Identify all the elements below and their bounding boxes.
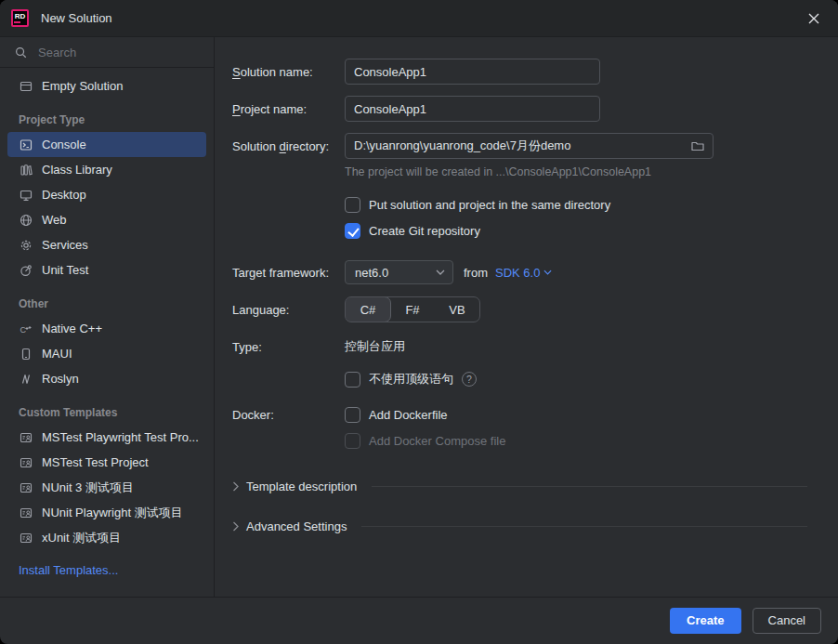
- checkbox-checked-icon[interactable]: [345, 223, 360, 239]
- add-docker-compose-label: Add Docker Compose file: [369, 434, 505, 448]
- project-name-row: Project name:: [232, 96, 807, 122]
- docker-label: Docker:: [232, 408, 345, 422]
- sidebar-item-mstest-playwright[interactable]: MSTest Playwright Test Pro...: [7, 425, 206, 450]
- solution-directory-label: Solution directory:: [232, 139, 345, 153]
- language-label: Language:: [232, 303, 345, 317]
- class-library-icon: [19, 163, 33, 177]
- sdk-dropdown[interactable]: SDK 6.0: [495, 266, 552, 280]
- solution-directory-row: Solution directory:: [232, 133, 807, 159]
- template-list: Empty Solution Project Type Console Clas…: [0, 68, 214, 597]
- titlebar: RD New Solution: [0, 0, 838, 37]
- sidebar-item-xunit[interactable]: xUnit 测试项目: [7, 525, 206, 550]
- chevron-right-icon: [232, 481, 239, 492]
- sidebar-item-desktop[interactable]: Desktop: [7, 182, 206, 207]
- add-dockerfile-label: Add Dockerfile: [369, 408, 448, 422]
- sidebar-item-unit-test[interactable]: Unit Test: [7, 257, 206, 283]
- sidebar-item-label: MAUI: [42, 347, 72, 361]
- language-row: Language: C# F# VB: [232, 296, 807, 322]
- empty-solution-icon: [19, 79, 33, 94]
- cpp-icon: C: [19, 322, 33, 336]
- install-templates-link[interactable]: Install Templates...: [7, 550, 206, 577]
- language-option-vb[interactable]: VB: [435, 297, 479, 322]
- advanced-settings-label: Advanced Settings: [246, 519, 347, 533]
- sidebar-item-label: Roslyn: [42, 372, 79, 386]
- new-solution-form: Solution name: Project name: Solution di…: [215, 37, 838, 597]
- language-option-csharp[interactable]: C#: [345, 296, 391, 322]
- type-row: Type: 控制台应用: [232, 338, 807, 355]
- sidebar-item-native-cpp[interactable]: C Native C++: [7, 316, 206, 341]
- new-solution-dialog: RD New Solution Empty Solution: [0, 0, 838, 644]
- template-description-label: Template description: [246, 480, 357, 493]
- solution-name-input[interactable]: [345, 59, 600, 85]
- sidebar-item-web[interactable]: Web: [7, 207, 206, 232]
- target-framework-row: Target framework: net6.0 from SDK 6.0: [232, 260, 807, 284]
- chevron-down-icon: [543, 269, 552, 275]
- template-icon: [19, 430, 33, 445]
- add-docker-compose-checkbox: Add Docker Compose file: [345, 433, 505, 449]
- sidebar-item-mstest[interactable]: MSTest Test Project: [7, 450, 206, 475]
- window-title: New Solution: [41, 11, 112, 25]
- section-header-other: Other: [7, 283, 206, 316]
- sidebar-item-label: Unit Test: [42, 263, 88, 277]
- sidebar-item-class-library[interactable]: Class Library: [7, 157, 206, 182]
- language-option-fsharp[interactable]: F#: [390, 297, 435, 322]
- project-name-input[interactable]: [345, 96, 600, 122]
- browse-folder-icon[interactable]: [690, 138, 705, 153]
- same-directory-checkbox[interactable]: Put solution and project in the same dir…: [345, 197, 807, 213]
- directory-hint: The project will be created in ...\Conso…: [345, 165, 807, 178]
- advanced-settings-section[interactable]: Advanced Settings: [232, 519, 807, 533]
- section-header-custom-templates: Custom Templates: [7, 391, 206, 425]
- help-icon[interactable]: ?: [462, 372, 477, 387]
- language-segmented-control: C# F# VB: [345, 296, 480, 322]
- solution-directory-input[interactable]: [345, 133, 714, 159]
- sidebar-item-label: MSTest Test Project: [42, 455, 149, 469]
- search-box[interactable]: [0, 37, 214, 68]
- sidebar-item-maui[interactable]: MAUI: [7, 341, 206, 366]
- checkbox-unchecked-icon[interactable]: [345, 407, 360, 423]
- sidebar-item-label: Empty Solution: [42, 79, 123, 93]
- sidebar-item-label: Console: [42, 138, 86, 151]
- top-level-statements-checkbox[interactable]: 不使用顶级语句: [345, 371, 453, 388]
- type-label: Type:: [232, 340, 345, 354]
- target-framework-label: Target framework:: [232, 266, 345, 280]
- sidebar-item-label: xUnit 测试项目: [42, 530, 121, 546]
- checkbox-unchecked-icon[interactable]: [345, 197, 360, 213]
- sidebar-item-nunit-playwright[interactable]: NUnit Playwright 测试项目: [7, 500, 206, 525]
- solution-name-row: Solution name:: [232, 59, 807, 85]
- sidebar-item-label: NUnit Playwright 测试项目: [42, 505, 183, 521]
- target-framework-select[interactable]: net6.0: [345, 260, 453, 284]
- close-icon[interactable]: [805, 9, 823, 28]
- unit-test-icon: [19, 263, 33, 278]
- create-button[interactable]: Create: [670, 608, 740, 634]
- search-input[interactable]: [36, 45, 203, 60]
- template-icon: [19, 531, 33, 545]
- template-icon: [19, 480, 33, 495]
- desktop-icon: [19, 188, 33, 203]
- console-icon: [19, 138, 33, 152]
- sidebar-item-console[interactable]: Console: [7, 132, 206, 157]
- type-value: 控制台应用: [345, 338, 405, 355]
- sidebar-item-label: Class Library: [42, 163, 112, 177]
- solution-name-label: Solution name:: [232, 65, 345, 79]
- top-level-statements-row: 不使用顶级语句 ?: [345, 371, 807, 388]
- sidebar-item-services[interactable]: Services: [7, 232, 206, 257]
- sidebar-item-roslyn[interactable]: Roslyn: [7, 366, 206, 391]
- sidebar-item-nunit3[interactable]: NUnit 3 测试项目: [7, 475, 206, 500]
- create-git-checkbox[interactable]: Create Git repository: [345, 223, 807, 239]
- cancel-button[interactable]: Cancel: [753, 608, 821, 634]
- chevron-right-icon: [232, 521, 239, 532]
- project-name-label: Project name:: [232, 102, 345, 116]
- template-description-section[interactable]: Template description: [232, 480, 807, 493]
- docker-row: Docker: Add Dockerfile: [232, 407, 807, 423]
- sidebar-item-label: Native C++: [42, 322, 102, 335]
- search-icon: [14, 46, 28, 59]
- add-dockerfile-checkbox[interactable]: Add Dockerfile: [345, 407, 448, 423]
- checkbox-unchecked-icon[interactable]: [345, 372, 360, 388]
- template-icon: [19, 506, 33, 520]
- services-gear-icon: [19, 238, 33, 253]
- sidebar-item-label: NUnit 3 测试项目: [42, 480, 134, 496]
- template-icon: [19, 455, 33, 470]
- svg-text:C: C: [20, 324, 27, 334]
- sidebar-item-empty-solution[interactable]: Empty Solution: [7, 73, 206, 99]
- web-globe-icon: [19, 213, 33, 228]
